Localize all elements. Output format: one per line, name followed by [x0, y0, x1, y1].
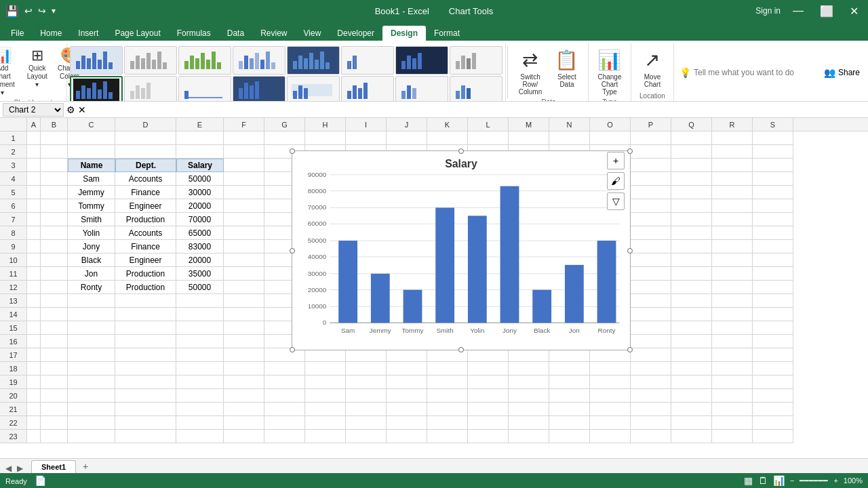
cell-M22[interactable]: [509, 416, 549, 430]
chart-style-7[interactable]: [395, 46, 448, 75]
cell-C8[interactable]: Yolin: [68, 226, 115, 240]
customize-icon[interactable]: ▾: [52, 6, 56, 16]
cell-E13[interactable]: [176, 294, 224, 308]
cell-O1[interactable]: [590, 131, 631, 145]
cell-O19[interactable]: [590, 375, 631, 389]
cell-F2[interactable]: [224, 145, 264, 159]
chart-config-icon[interactable]: ⚙: [66, 104, 75, 115]
chart-style-16[interactable]: [450, 76, 502, 102]
tab-design[interactable]: Design: [382, 26, 426, 41]
cell-S14[interactable]: [753, 308, 793, 321]
cell-A12[interactable]: [27, 281, 41, 294]
cell-E1[interactable]: [176, 131, 224, 145]
cell-B13[interactable]: [41, 294, 68, 308]
cell-P2[interactable]: [631, 145, 671, 159]
cell-J19[interactable]: [387, 375, 427, 389]
cell-B8[interactable]: [41, 226, 68, 240]
cell-R3[interactable]: [712, 159, 753, 172]
cell-P14[interactable]: [631, 308, 671, 321]
cell-P4[interactable]: [631, 172, 671, 186]
cell-C22[interactable]: [68, 416, 115, 430]
cell-R23[interactable]: [712, 430, 753, 443]
cell-F17[interactable]: [224, 348, 264, 362]
cell-Q20[interactable]: [671, 389, 712, 403]
tab-home[interactable]: Home: [32, 26, 70, 41]
cell-K21[interactable]: [427, 403, 468, 416]
cell-L20[interactable]: [468, 389, 509, 403]
chart-style-3[interactable]: [178, 46, 231, 75]
cell-C5[interactable]: Jemmy: [68, 186, 115, 199]
cell-K23[interactable]: [427, 430, 468, 443]
cell-N20[interactable]: [549, 389, 590, 403]
cell-S20[interactable]: [753, 389, 793, 403]
cell-I20[interactable]: [346, 389, 387, 403]
cell-R4[interactable]: [712, 172, 753, 186]
cell-G1[interactable]: [264, 131, 305, 145]
cell-A18[interactable]: [27, 362, 41, 375]
chart-style-10[interactable]: [124, 76, 177, 102]
cell-S13[interactable]: [753, 294, 793, 308]
chart-style-button[interactable]: 🖌: [607, 172, 625, 190]
cell-F5[interactable]: [224, 186, 264, 199]
cell-E10[interactable]: 20000: [176, 253, 224, 267]
cell-A10[interactable]: [27, 253, 41, 267]
cell-B14[interactable]: [41, 308, 68, 321]
cell-S9[interactable]: [753, 240, 793, 253]
cell-Q8[interactable]: [671, 226, 712, 240]
cell-D19[interactable]: [115, 375, 176, 389]
cell-N1[interactable]: [549, 131, 590, 145]
cell-P18[interactable]: [631, 362, 671, 375]
chart-style-4[interactable]: [233, 46, 285, 75]
cell-F13[interactable]: [224, 294, 264, 308]
cell-F10[interactable]: [224, 253, 264, 267]
cell-L1[interactable]: [468, 131, 509, 145]
cell-D12[interactable]: Production: [115, 281, 176, 294]
cell-M18[interactable]: [509, 362, 549, 375]
cell-F14[interactable]: [224, 308, 264, 321]
cell-S12[interactable]: [753, 281, 793, 294]
cell-F3[interactable]: [224, 159, 264, 172]
cell-L23[interactable]: [468, 430, 509, 443]
cell-S6[interactable]: [753, 199, 793, 213]
cell-H20[interactable]: [305, 389, 346, 403]
cell-S22[interactable]: [753, 416, 793, 430]
tab-data[interactable]: Data: [219, 26, 252, 41]
cell-B20[interactable]: [41, 389, 68, 403]
cell-Q16[interactable]: [671, 335, 712, 348]
cell-B12[interactable]: [41, 281, 68, 294]
cell-F9[interactable]: [224, 240, 264, 253]
cell-A23[interactable]: [27, 430, 41, 443]
cell-Q15[interactable]: [671, 321, 712, 335]
cell-E7[interactable]: 70000: [176, 213, 224, 226]
zoom-slider[interactable]: ━━━━━━: [800, 476, 828, 485]
cell-A16[interactable]: [27, 335, 41, 348]
tab-file[interactable]: File: [3, 26, 32, 41]
cell-B16[interactable]: [41, 335, 68, 348]
signin-button[interactable]: Sign in: [755, 6, 781, 16]
tell-me-input[interactable]: [694, 68, 816, 77]
share-button[interactable]: 👥Share: [824, 67, 860, 78]
cell-N22[interactable]: [549, 416, 590, 430]
tab-formulas[interactable]: Formulas: [169, 26, 219, 41]
cell-K1[interactable]: [427, 131, 468, 145]
cell-D2[interactable]: [115, 145, 176, 159]
cell-F6[interactable]: [224, 199, 264, 213]
cell-O22[interactable]: [590, 416, 631, 430]
cell-B17[interactable]: [41, 348, 68, 362]
cell-H22[interactable]: [305, 416, 346, 430]
cell-E15[interactable]: [176, 321, 224, 335]
cell-R12[interactable]: [712, 281, 753, 294]
cell-D23[interactable]: [115, 430, 176, 443]
sheet-nav-right[interactable]: ▶: [14, 464, 26, 473]
chart-container[interactable]: Salary: [292, 150, 631, 350]
cell-C11[interactable]: Jon: [68, 267, 115, 281]
cell-A11[interactable]: [27, 267, 41, 281]
chart-style-1[interactable]: [70, 46, 123, 75]
cell-B11[interactable]: [41, 267, 68, 281]
cell-G21[interactable]: [264, 403, 305, 416]
chart-style-5[interactable]: [287, 46, 340, 75]
cell-D4[interactable]: Accounts: [115, 172, 176, 186]
cell-D20[interactable]: [115, 389, 176, 403]
cell-A7[interactable]: [27, 213, 41, 226]
cell-D22[interactable]: [115, 416, 176, 430]
